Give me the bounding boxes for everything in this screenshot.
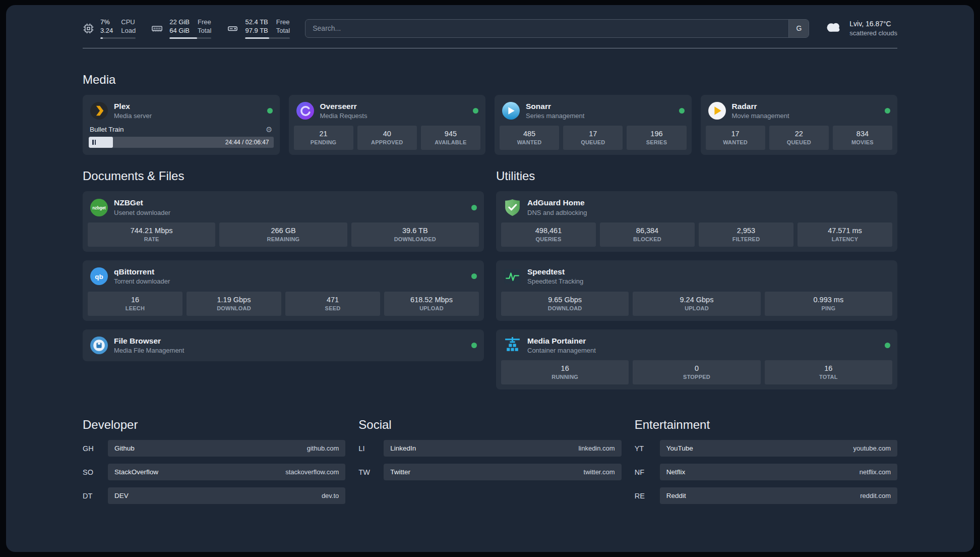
pause-icon[interactable]	[92, 140, 96, 145]
plex-icon	[90, 101, 108, 120]
bookmark-domain: github.com	[307, 444, 339, 452]
bookmark-domain: twitter.com	[584, 468, 615, 476]
stat-pending: 21 PENDING	[294, 126, 353, 150]
section-title-media: Media	[83, 73, 897, 87]
now-playing-title: Bullet Train	[90, 126, 124, 133]
service-name: Speedtest	[527, 267, 583, 276]
stat-rate: 744.21 Mbps RATE	[88, 222, 215, 247]
bookmark-reddit[interactable]: RE Reddit reddit.com	[635, 487, 897, 504]
stat-queued: 17 QUEUED	[563, 126, 623, 150]
radarr-icon	[708, 101, 726, 120]
stat-value: 0	[634, 364, 759, 372]
disk-widget: 52.4 TB 97.9 TB Free Total	[226, 18, 290, 39]
stat-label: MOVIES	[834, 139, 891, 145]
service-card-filebrowser[interactable]: File Browser Media File Management	[83, 329, 484, 362]
bookmark-dev[interactable]: DT DEV dev.to	[83, 487, 345, 504]
search-input[interactable]	[305, 19, 809, 38]
playback-progress-bar[interactable]: 24:44 / 02:06:47	[89, 137, 274, 148]
service-card-radarr[interactable]: Radarr Movie management 17 WANTED 22 QUE…	[701, 95, 898, 155]
stat-queued: 22 QUEUED	[769, 126, 829, 150]
service-card-qbittorrent[interactable]: qb qBittorrent Torrent downloader 16	[83, 260, 484, 321]
bookmark-abbr: YT	[635, 444, 660, 453]
section-title-developer: Developer	[83, 418, 345, 432]
system-resources: 7% 3.24 CPU Load	[83, 18, 290, 39]
stat-downloaded: 39.6 TB DOWNLOADED	[351, 222, 479, 247]
stat-label: BLOCKED	[601, 236, 694, 242]
memory-stats: 22 GiB 64 GiB Free Total	[169, 18, 211, 39]
stat-available: 945 AVAILABLE	[421, 126, 480, 150]
bookmark-netflix[interactable]: NF Netflix netflix.com	[635, 464, 897, 480]
stat-label: LATENCY	[799, 236, 891, 242]
bookmarks-section: Developer GH Github github.com SO StackO…	[83, 418, 897, 519]
bookmark-abbr: LI	[358, 444, 384, 453]
bookmark-github[interactable]: GH Github github.com	[83, 440, 345, 457]
topbar-divider	[83, 48, 897, 48]
section-title-social: Social	[358, 418, 621, 432]
stat-value: 16	[766, 364, 891, 372]
stat-label: APPROVED	[358, 139, 416, 145]
stat-upload: 9.24 Gbps UPLOAD	[633, 292, 760, 316]
stat-value: 618.52 Mbps	[385, 296, 478, 304]
service-card-adguard[interactable]: AdGuard Home DNS and adblocking 498,461 …	[496, 191, 897, 252]
stats-row: 21 PENDING 40 APPROVED 945 AVAILABLE	[294, 126, 481, 150]
stat-value: 40	[358, 130, 416, 138]
search-provider-button[interactable]: G	[788, 20, 809, 37]
topbar: 7% 3.24 CPU Load	[83, 18, 897, 39]
stat-seed: 471 SEED	[285, 292, 380, 316]
stat-value: 471	[286, 296, 379, 304]
stat-value: 17	[707, 130, 764, 138]
service-name: Media Portainer	[527, 336, 596, 346]
dashboard-page: 7% 3.24 CPU Load	[6, 5, 974, 552]
disk-label-top: Free	[276, 18, 290, 27]
status-online-dot	[471, 343, 477, 348]
service-card-nzbget[interactable]: nzbget NZBGet Usenet downloader 744.21 M…	[83, 191, 484, 252]
stat-value: 16	[89, 296, 181, 304]
bookmark-name: Twitter	[390, 468, 410, 476]
stat-value: 498,461	[502, 227, 595, 235]
bookmark-abbr: TW	[358, 468, 384, 476]
stat-latency: 47.571 ms LATENCY	[798, 222, 892, 247]
bookmark-youtube[interactable]: YT YouTube youtube.com	[635, 440, 897, 457]
stats-row: 498,461 QUERIES 86,384 BLOCKED 2,953 FIL…	[501, 222, 892, 247]
stat-total: 16 TOTAL	[765, 360, 892, 384]
bookmark-linkedin[interactable]: LI LinkedIn linkedin.com	[358, 440, 621, 457]
stat-value: 0.993 ms	[766, 296, 891, 304]
qbittorrent-icon: qb	[90, 267, 108, 286]
memory-progress-track	[169, 37, 211, 39]
stat-label: QUERIES	[502, 236, 595, 242]
service-card-overseerr[interactable]: Overseerr Media Requests 21 PENDING 40 A…	[289, 95, 486, 155]
bookmark-stackoverflow[interactable]: SO StackOverflow stackoverflow.com	[83, 464, 345, 480]
adguard-icon	[503, 198, 522, 217]
card-header: Overseerr Media Requests	[294, 100, 481, 126]
stats-row: 9.65 Gbps DOWNLOAD 9.24 Gbps UPLOAD 0.99…	[501, 292, 892, 316]
service-description: Speedtest Tracking	[527, 277, 583, 286]
cpu-progress-fill	[100, 37, 103, 39]
service-name: File Browser	[114, 336, 184, 346]
stat-running: 16 RUNNING	[501, 360, 629, 384]
memory-widget: 22 GiB 64 GiB Free Total	[151, 18, 211, 39]
service-description: Media server	[114, 112, 152, 120]
card-header: Speedtest Speedtest Tracking	[501, 265, 892, 292]
card-header: nzbget NZBGet Usenet downloader	[88, 196, 479, 222]
stat-remaining: 266 GB REMAINING	[219, 222, 347, 247]
memory-icon	[151, 23, 163, 34]
bookmark-name: Netflix	[666, 468, 686, 476]
stat-approved: 40 APPROVED	[357, 126, 417, 150]
service-card-plex[interactable]: Plex Media server Bullet Train ⚙	[83, 95, 280, 155]
service-name: Plex	[114, 101, 152, 111]
stat-label: FILTERED	[700, 236, 792, 242]
service-card-sonarr[interactable]: Sonarr Series management 485 WANTED 17 Q…	[495, 95, 692, 155]
status-online-dot	[471, 205, 477, 210]
section-title-documents: Documents & Files	[83, 169, 484, 183]
stat-label: UPLOAD	[634, 305, 759, 311]
stat-label: LEECH	[89, 305, 181, 311]
stat-label: WANTED	[707, 139, 764, 145]
card-header: Radarr Movie management	[706, 100, 893, 126]
service-card-speedtest[interactable]: Speedtest Speedtest Tracking 9.65 Gbps D…	[496, 260, 897, 321]
bookmark-pill: Reddit reddit.com	[660, 487, 897, 504]
stat-label: REMAINING	[220, 236, 346, 242]
bookmark-domain: netflix.com	[860, 468, 891, 476]
service-card-portainer[interactable]: Media Portainer Container management 16 …	[496, 329, 897, 390]
bookmark-twitter[interactable]: TW Twitter twitter.com	[358, 464, 621, 480]
gear-icon[interactable]: ⚙	[266, 126, 272, 133]
